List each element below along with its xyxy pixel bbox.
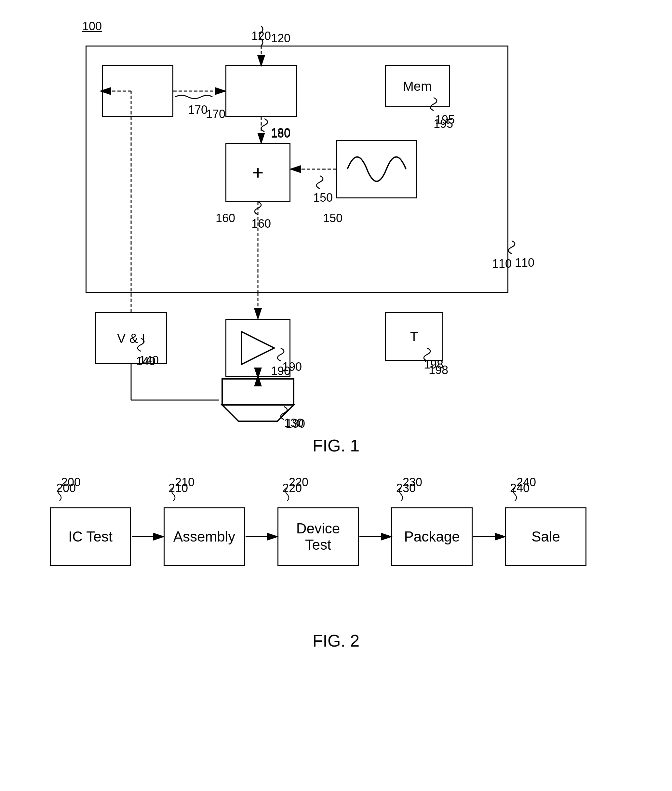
fig1-diagram: 100 Mem + V & bbox=[43, 19, 629, 410]
ref-220-label: 220 bbox=[282, 481, 302, 495]
fig2-caption: FIG. 2 bbox=[313, 631, 359, 650]
svg-text:110: 110 bbox=[515, 256, 534, 269]
page-container: 100 Mem + V & bbox=[0, 0, 672, 791]
ref-195-label: 195 bbox=[434, 117, 453, 131]
svg-text:150: 150 bbox=[313, 191, 333, 204]
svg-text:160: 160 bbox=[251, 217, 271, 230]
ref-190-label: 190 bbox=[271, 364, 290, 378]
ref-198-label: 198 bbox=[424, 358, 443, 371]
ref-130-label: 130 bbox=[284, 416, 304, 430]
fig2-diagram: IC Test Assembly Device Test Package Sal… bbox=[43, 481, 629, 618]
svg-text:120: 120 bbox=[271, 32, 290, 45]
fig1-caption: FIG. 1 bbox=[313, 436, 359, 455]
ref-240-label: 240 bbox=[510, 481, 530, 495]
ref-110-label: 110 bbox=[492, 257, 512, 271]
ref-170-label: 170 bbox=[206, 107, 226, 121]
ref-160-label: 160 bbox=[216, 211, 235, 225]
ref-140-label: 140 bbox=[136, 355, 155, 368]
svg-text:170: 170 bbox=[188, 103, 208, 117]
ref-230-label: 230 bbox=[396, 481, 416, 495]
ref-180-label: 180 bbox=[271, 127, 290, 141]
ref-150-label: 150 bbox=[323, 211, 342, 225]
ref-200-label: 200 bbox=[56, 481, 76, 495]
ref-210-label: 210 bbox=[168, 481, 188, 495]
fig2-svg: 200 210 220 230 240 bbox=[43, 481, 629, 618]
ref-120-label: 120 bbox=[251, 29, 271, 43]
